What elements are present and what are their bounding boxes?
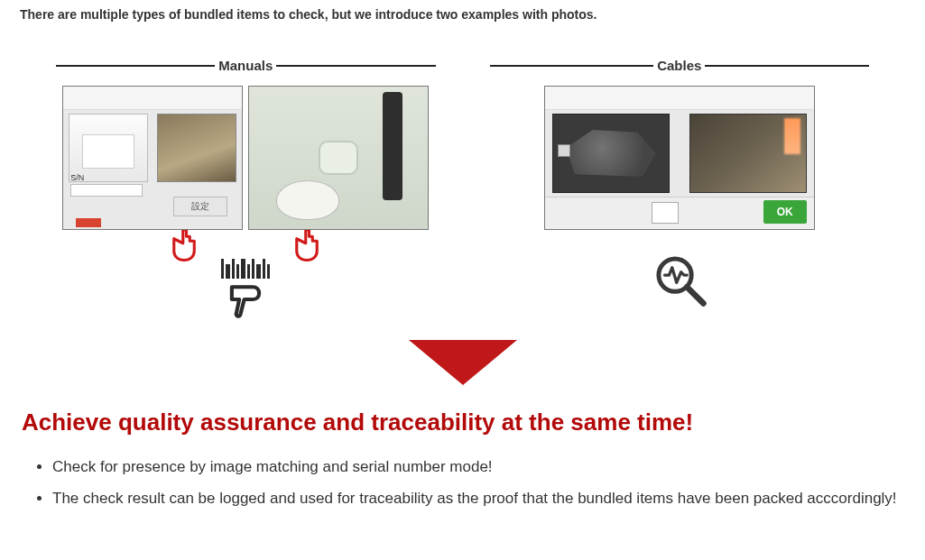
down-arrow-icon <box>409 340 517 385</box>
hand-pointer-icon <box>166 226 202 266</box>
rule-left <box>490 65 654 67</box>
sn-input <box>70 184 143 197</box>
example-title-cables: Cables <box>653 58 705 73</box>
photo-right-pane <box>157 114 236 182</box>
hand-pointer-icon <box>289 226 325 266</box>
sn-label: S/N <box>70 173 84 182</box>
headline: Achieve quality assurance and traceabili… <box>22 409 905 436</box>
manuals-photo-2 <box>248 86 429 230</box>
settings-button: 設定 <box>173 197 227 216</box>
rule-left <box>56 65 215 67</box>
ok-indicator: OK <box>763 200 807 224</box>
example-cables: Cables OK <box>490 58 870 324</box>
cables-photos: OK <box>544 86 815 230</box>
cables-photo: OK <box>544 86 815 230</box>
checkbox-shape <box>558 144 570 157</box>
barcode-scanner-icon <box>221 259 270 324</box>
mouse-shape <box>276 180 339 220</box>
photo-topbar <box>63 87 242 110</box>
bullet-list: Check for presence by image matching and… <box>20 456 905 510</box>
camera-stand <box>383 92 402 200</box>
barcode-lines <box>221 259 270 279</box>
example-manuals: Manuals S/N 設定 <box>56 58 436 324</box>
cable-right-pane <box>689 114 807 193</box>
down-arrow-wrap <box>20 340 905 385</box>
example-header-manuals: Manuals <box>56 58 436 73</box>
scan-gun-icon <box>226 279 265 324</box>
rule-right <box>276 65 435 67</box>
photo-topbar <box>545 87 814 110</box>
manuals-photos: S/N 設定 <box>62 86 429 230</box>
list-item: Check for presence by image matching and… <box>52 456 905 479</box>
photo-left-pane <box>69 114 148 182</box>
manuals-photo-1: S/N 設定 <box>62 86 243 230</box>
example-title-manuals: Manuals <box>215 58 276 73</box>
thumb-box <box>652 202 679 224</box>
list-item: The check result can be logged and used … <box>52 488 905 510</box>
camera-head <box>319 141 358 175</box>
red-tag <box>76 218 101 227</box>
example-header-cables: Cables <box>490 58 870 73</box>
inspect-magnifier-icon <box>648 250 711 313</box>
examples-row: Manuals S/N 設定 <box>20 58 905 324</box>
intro-text: There are multiple types of bundled item… <box>20 7 905 22</box>
rule-right <box>705 65 869 67</box>
